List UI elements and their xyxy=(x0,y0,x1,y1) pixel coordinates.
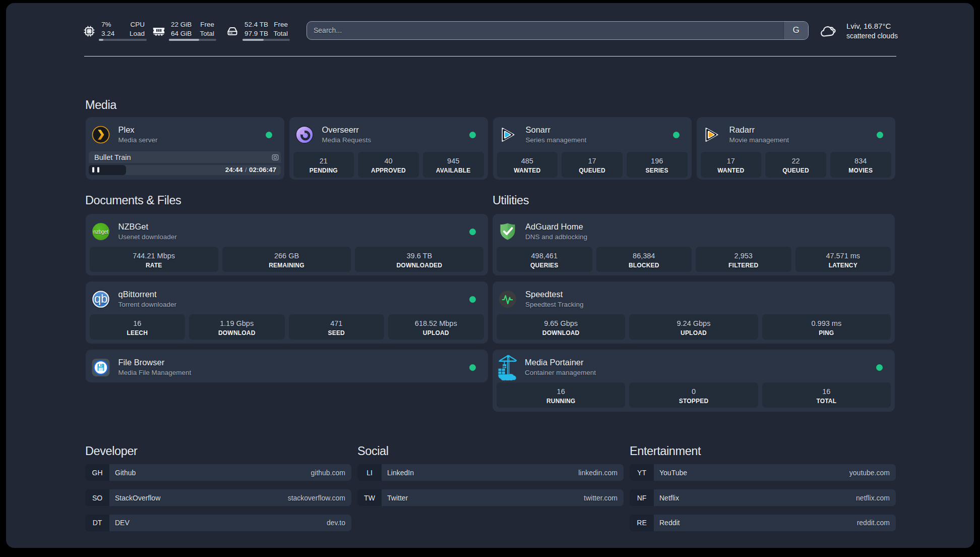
svg-text:nzbget: nzbget xyxy=(93,228,108,234)
svg-text:qb: qb xyxy=(94,291,107,305)
